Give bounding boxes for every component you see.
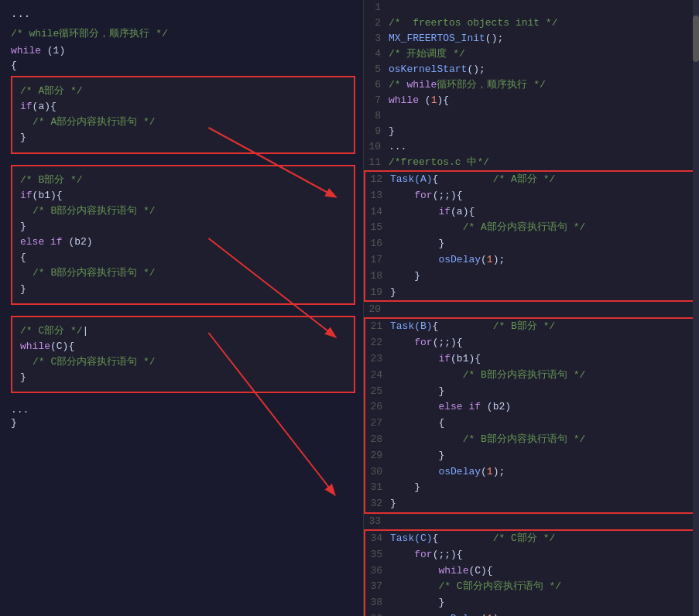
- line-content: osDelay(1);: [390, 464, 697, 481]
- code-line-23: 23 if(b1){: [365, 351, 697, 368]
- line-content: }: [390, 448, 697, 464]
- box-c-line1: /* C部分 */|: [20, 323, 346, 339]
- line-number: 29: [365, 448, 390, 464]
- right-task-b-box: 21Task(B){ /* B部分 */22 for(;;){23 if(b1)…: [364, 317, 699, 514]
- left-box-b: /* B部分 */ if(b1){ /* B部分内容执行语句 */ } else…: [11, 165, 355, 305]
- left-bottom-dots: ...: [11, 404, 355, 416]
- line-number: 13: [365, 188, 390, 204]
- code-line-36: 36 while(C){: [365, 563, 697, 580]
- code-line-10: 10...: [364, 139, 699, 155]
- code-line-24: 24 /* B部分内容执行语句 */: [365, 368, 697, 384]
- line-number: 1: [364, 0, 389, 15]
- left-box-a: /* A部分 */ if(a){ /* A部分内容执行语句 */ }: [11, 76, 355, 154]
- line-content: [389, 302, 699, 317]
- line-number: 24: [365, 368, 390, 384]
- code-line-2: 2/* freertos objects init */: [364, 15, 699, 31]
- while-keyword: while: [11, 45, 41, 56]
- line-number: 33: [364, 514, 389, 529]
- line-number: 8: [364, 108, 389, 124]
- box-b-line4: }: [20, 219, 346, 234]
- left-panel: ... /* while循环部分，顺序执行 */ while (1) { /* …: [0, 0, 364, 616]
- right-panel: 12/* freertos objects init */3MX_FREERTO…: [364, 0, 699, 616]
- box-b-line3: /* B部分内容执行语句 */: [20, 204, 346, 219]
- left-comment1: /* while循环部分，顺序执行 */: [11, 26, 355, 40]
- line-number: 21: [365, 319, 390, 335]
- line-content: [389, 0, 699, 15]
- scrollbar[interactable]: [693, 0, 699, 616]
- line-content: for(;;){: [390, 547, 697, 563]
- line-number: 26: [365, 399, 390, 416]
- box-b-line7: /* B部分内容执行语句 */: [20, 265, 346, 281]
- code-line-20: 20: [364, 302, 699, 317]
- box-c-line3: /* C部分内容执行语句 */: [20, 354, 346, 370]
- line-content: while (1){: [389, 93, 699, 108]
- line-content: {: [390, 416, 697, 432]
- code-line-15: 15 /* A部分内容执行语句 */: [365, 220, 697, 236]
- line-content: Task(C){ /* C部分 */: [390, 531, 697, 547]
- code-line-16: 16 }: [365, 236, 697, 252]
- line-content: }: [390, 480, 697, 496]
- line-number: 25: [365, 384, 390, 400]
- line-number: 19: [365, 285, 390, 301]
- line-number: 38: [365, 595, 390, 611]
- code-line-27: 27 {: [365, 416, 697, 432]
- line-number: 6: [364, 77, 389, 93]
- code-line-18: 18 }: [365, 269, 697, 285]
- box-b-line2: if(b1){: [20, 188, 346, 204]
- code-line-13: 13 for(;;){: [365, 188, 697, 204]
- line-number: 23: [365, 351, 390, 368]
- code-line-5: 5osKernelStart();: [364, 62, 699, 77]
- line-content: MX_FREERTOS_Init();: [389, 31, 699, 46]
- line-number: 3: [364, 31, 389, 46]
- line-content: }: [390, 236, 697, 252]
- line-number: 10: [364, 139, 389, 155]
- line-number: 16: [365, 236, 390, 252]
- code-line-31: 31 }: [365, 480, 697, 496]
- box-a-line2: if(a){: [20, 99, 346, 115]
- code-line-1: 1: [364, 0, 699, 15]
- box-b-line6: {: [20, 250, 346, 265]
- line-number: 35: [365, 547, 390, 563]
- line-content: for(;;){: [390, 188, 697, 204]
- code-line-26: 26 else if (b2): [365, 399, 697, 416]
- line-content: [389, 514, 699, 529]
- left-brace-open: {: [11, 60, 355, 71]
- box-b-line1: /* B部分 */: [20, 173, 346, 188]
- line-content: for(;;){: [390, 335, 697, 351]
- right-task-a-box: 12Task(A){ /* A部分 */13 for(;;){14 if(a){…: [364, 170, 699, 302]
- code-line-4: 4/* 开始调度 */: [364, 46, 699, 62]
- box-c-line2: while(C){: [20, 339, 346, 354]
- line-content: /* 开始调度 */: [389, 46, 699, 62]
- right-task-c-box: 34Task(C){ /* C部分 */35 for(;;){36 while(…: [364, 529, 699, 616]
- code-line-32: 32}: [365, 496, 697, 512]
- code-line-22: 22 for(;;){: [365, 335, 697, 351]
- line-number: 2: [364, 15, 389, 31]
- line-number: 17: [365, 252, 390, 269]
- line-content: /* A部分内容执行语句 */: [390, 220, 697, 236]
- line-content: if(b1){: [390, 351, 697, 368]
- code-line-12: 12Task(A){ /* A部分 */: [365, 172, 697, 188]
- line-number: 32: [365, 496, 390, 512]
- line-number: 37: [365, 579, 390, 595]
- line-content: else if (b2): [390, 399, 697, 416]
- code-line-6: 6/* while循环部分，顺序执行 */: [364, 77, 699, 93]
- while-cond: (1): [41, 45, 65, 56]
- code-line-39: 39 osDelay(1);: [365, 611, 697, 616]
- line-number: 9: [364, 124, 389, 139]
- code-line-21: 21Task(B){ /* B部分 */: [365, 319, 697, 335]
- box-c-line4: }: [20, 370, 346, 385]
- code-line-29: 29 }: [365, 448, 697, 464]
- code-line-33: 33: [364, 514, 699, 529]
- box-a-line1: /* A部分 */: [20, 84, 346, 99]
- line-number: 14: [365, 204, 390, 221]
- code-line-11: 11/*freertos.c 中*/: [364, 155, 699, 170]
- code-line-28: 28 /* B部分内容执行语句 */: [365, 432, 697, 448]
- line-number: 22: [365, 335, 390, 351]
- line-number: 20: [364, 302, 389, 317]
- line-number: 15: [365, 220, 390, 236]
- line-number: 4: [364, 46, 389, 62]
- code-line-7: 7while (1){: [364, 93, 699, 108]
- code-line-8: 8: [364, 108, 699, 124]
- scrollbar-thumb[interactable]: [693, 15, 699, 62]
- line-content: }: [390, 269, 697, 285]
